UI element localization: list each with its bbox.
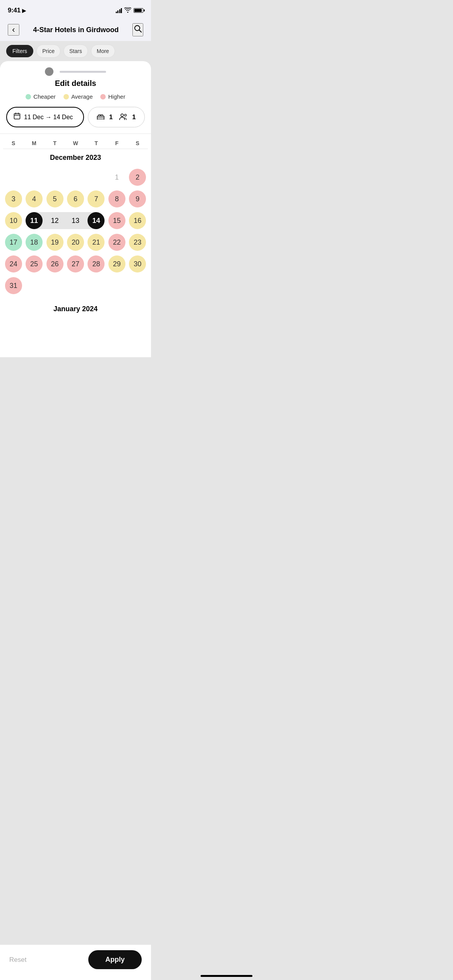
legend-higher: Higher <box>100 93 125 100</box>
cal-empty-2 <box>24 167 44 187</box>
status-icons <box>116 7 144 14</box>
day-label-W: W <box>65 139 86 148</box>
app-header: ‹ 4-Star Hotels in Girdwood <box>0 19 151 41</box>
cal-empty-3 <box>45 167 65 187</box>
day-label-T1: T <box>45 139 65 148</box>
average-dot <box>63 94 69 99</box>
cal-25[interactable]: 25 <box>24 254 44 274</box>
chip-more[interactable]: More <box>91 45 115 58</box>
cal-29[interactable]: 29 <box>106 254 127 274</box>
page-title: 4-Star Hotels in Girdwood <box>33 26 118 34</box>
date-value: 11 Dec → 14 Dec <box>24 114 73 121</box>
sheet-title: Edit details <box>0 79 151 88</box>
cal-24[interactable]: 24 <box>3 254 24 274</box>
cal-17[interactable]: 17 <box>3 232 24 252</box>
back-button[interactable]: ‹ <box>8 24 19 36</box>
cal-11[interactable]: 11 <box>24 211 44 231</box>
cal-5[interactable]: 5 <box>45 189 65 209</box>
battery-icon <box>134 8 143 13</box>
cal-2[interactable]: 2 <box>127 167 148 187</box>
status-bar: 9:41 ▶ <box>0 0 151 19</box>
cal-30[interactable]: 30 <box>127 254 148 274</box>
cal-28[interactable]: 28 <box>86 254 106 274</box>
chip-filters[interactable]: Filters <box>6 45 33 57</box>
cal-8[interactable]: 8 <box>106 189 127 209</box>
guest-icon <box>119 113 127 122</box>
drag-handle-row <box>0 61 151 77</box>
legend-cheaper: Cheaper <box>26 93 56 100</box>
svg-rect-2 <box>97 116 104 119</box>
divider-top <box>0 134 151 134</box>
filter-chips-row: Filters Price Stars More <box>0 41 151 61</box>
cal-6[interactable]: 6 <box>65 189 86 209</box>
cal-19[interactable]: 19 <box>45 232 65 252</box>
cal-21[interactable]: 21 <box>86 232 106 252</box>
rooms-selector[interactable]: 1 1 <box>88 107 145 127</box>
month-dec-2023: December 2023 <box>0 154 151 162</box>
status-time: 9:41 <box>8 7 21 14</box>
day-label-M: M <box>24 139 44 148</box>
svg-rect-4 <box>101 115 103 116</box>
cheaper-dot <box>26 94 31 99</box>
legend: Cheaper Average Higher <box>0 93 151 100</box>
cal-3[interactable]: 3 <box>3 189 24 209</box>
chip-price[interactable]: Price <box>36 45 60 58</box>
svg-rect-3 <box>98 115 100 116</box>
cal-12[interactable]: 12 <box>45 211 65 231</box>
cal-20[interactable]: 20 <box>65 232 86 252</box>
svg-rect-1 <box>14 113 20 119</box>
cal-22[interactable]: 22 <box>106 232 127 252</box>
search-button[interactable] <box>132 23 143 36</box>
cal-1[interactable]: 1 <box>106 167 127 187</box>
guest-count: 1 <box>132 113 136 121</box>
cal-16[interactable]: 16 <box>127 211 148 231</box>
bed-count: 1 <box>109 113 113 121</box>
location-icon: ▶ <box>22 7 26 14</box>
cal-31[interactable]: 31 <box>3 276 24 296</box>
average-label: Average <box>71 93 93 100</box>
calendar-day-headers: S M T W T F S <box>0 135 151 149</box>
selectors-row: 11 Dec → 14 Dec 1 <box>0 107 151 127</box>
svg-point-6 <box>125 114 127 116</box>
svg-point-5 <box>121 114 124 117</box>
cal-days-divider <box>3 149 148 149</box>
drag-dot <box>45 67 53 76</box>
cheaper-label: Cheaper <box>33 93 56 100</box>
signal-bars <box>116 8 122 13</box>
cal-7[interactable]: 7 <box>86 189 106 209</box>
higher-dot <box>100 94 106 99</box>
day-label-S1: S <box>3 139 24 148</box>
day-label-S2: S <box>127 139 148 148</box>
drag-bar <box>60 71 106 73</box>
cal-4[interactable]: 4 <box>24 189 44 209</box>
date-selector[interactable]: 11 Dec → 14 Dec <box>6 107 84 127</box>
wifi-icon <box>124 7 131 14</box>
cal-27[interactable]: 27 <box>65 254 86 274</box>
legend-average: Average <box>63 93 93 100</box>
month-jan-2024: January 2024 <box>0 305 151 313</box>
cal-18[interactable]: 18 <box>24 232 44 252</box>
calendar-icon <box>13 112 21 122</box>
cal-10[interactable]: 10 <box>3 211 24 231</box>
cal-9[interactable]: 9 <box>127 189 148 209</box>
dec-calendar-grid: 1 2 3 4 5 6 7 8 9 <box>0 167 151 296</box>
cal-23[interactable]: 23 <box>127 232 148 252</box>
cal-15[interactable]: 15 <box>106 211 127 231</box>
day-label-F: F <box>106 139 127 148</box>
chip-stars[interactable]: Stars <box>63 45 88 58</box>
day-label-T2: T <box>86 139 106 148</box>
bottom-sheet: Edit details Cheaper Average Higher 11 <box>0 61 151 357</box>
cal-13[interactable]: 13 <box>65 211 86 231</box>
cal-empty-4 <box>65 167 86 187</box>
bed-icon <box>97 113 105 121</box>
cal-26[interactable]: 26 <box>45 254 65 274</box>
cal-14[interactable]: 14 <box>86 211 106 231</box>
higher-label: Higher <box>108 93 125 100</box>
cal-empty-1 <box>3 167 24 187</box>
cal-empty-5 <box>86 167 106 187</box>
